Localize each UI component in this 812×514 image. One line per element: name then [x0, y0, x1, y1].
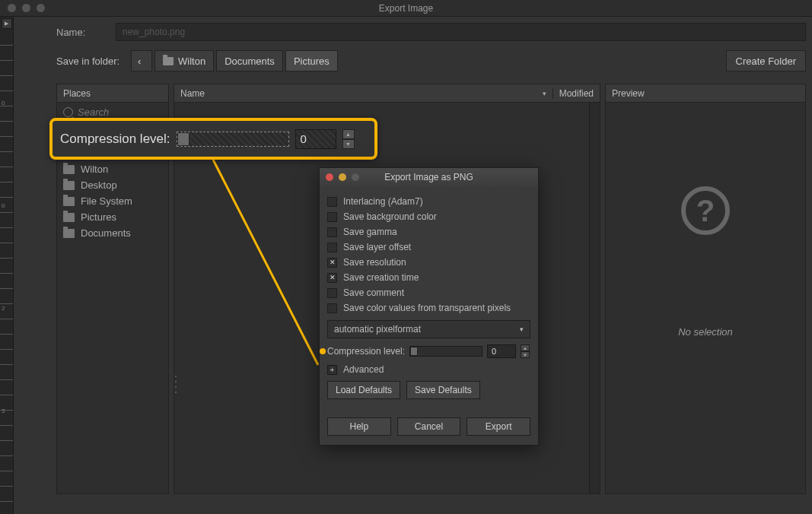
- folder-icon: [163, 57, 174, 65]
- window-titlebar: Export Image: [0, 0, 812, 17]
- column-modified[interactable]: Modified: [552, 88, 594, 99]
- places-header: Places: [57, 84, 168, 103]
- breadcrumb-item-pictures[interactable]: Pictures: [285, 50, 338, 71]
- advanced-label: Advanced: [343, 364, 384, 375]
- callout-slider-thumb[interactable]: [177, 132, 189, 146]
- callout-slider[interactable]: [177, 132, 289, 147]
- breadcrumb-item-documents[interactable]: Documents: [216, 50, 283, 71]
- zoom-icon[interactable]: [37, 4, 45, 12]
- check-label: Save comment: [343, 287, 404, 298]
- check-save-layer-offset[interactable]: Save layer offset: [327, 240, 530, 255]
- spinner-down-icon[interactable]: ▼: [342, 139, 355, 149]
- spinner-up-icon[interactable]: ▲: [342, 129, 355, 139]
- filename-input[interactable]: new_photo.png: [116, 23, 806, 41]
- place-label: File System: [81, 195, 132, 207]
- callout-value[interactable]: 0: [295, 129, 336, 149]
- action-buttons: Help Cancel Export: [327, 417, 530, 436]
- place-item-pictures[interactable]: Pictures: [57, 209, 168, 225]
- checkbox-icon[interactable]: [327, 227, 337, 237]
- compression-value[interactable]: 0: [487, 344, 516, 358]
- search-icon: [63, 107, 73, 117]
- callout-anchor-icon: [320, 348, 326, 354]
- folder-icon: [63, 197, 75, 206]
- close-icon[interactable]: [326, 173, 333, 181]
- folder-label: Save in folder:: [56, 56, 123, 67]
- check-label: Interlacing (Adam7): [343, 196, 423, 207]
- check-save-color-values[interactable]: Save color values from transparent pixel…: [327, 300, 530, 316]
- preview-body: ? No selection: [606, 103, 805, 493]
- ruler-label: 3: [2, 408, 5, 414]
- check-save-creation-time[interactable]: ✕ Save creation time: [327, 270, 530, 285]
- column-name[interactable]: Name ▾: [180, 88, 552, 99]
- ruler-label: 0: [2, 203, 5, 209]
- spinner-down-icon[interactable]: ▼: [521, 351, 530, 358]
- filename-value: new_photo.png: [123, 27, 185, 37]
- compression-label: Compression level:: [327, 346, 405, 357]
- breadcrumb-back-button[interactable]: ‹: [131, 50, 152, 71]
- close-icon[interactable]: [8, 4, 16, 12]
- chevron-down-icon: ▾: [520, 325, 524, 333]
- help-button[interactable]: Help: [327, 417, 391, 436]
- callout-spinner: ▲ ▼: [342, 129, 355, 149]
- minimize-icon[interactable]: [22, 4, 30, 12]
- checkbox-icon[interactable]: [327, 197, 337, 207]
- breadcrumb-item-wilton[interactable]: Wilton: [154, 50, 214, 71]
- compression-callout: Compression level: 0 ▲ ▼: [49, 118, 377, 160]
- export-button[interactable]: Export: [467, 417, 530, 436]
- check-save-gamma[interactable]: Save gamma: [327, 224, 530, 240]
- check-save-resolution[interactable]: ✕ Save resolution: [327, 255, 530, 270]
- compression-slider[interactable]: [409, 346, 482, 357]
- compression-row: Compression level: 0 ▲ ▼: [327, 344, 530, 358]
- breadcrumb: ‹ Wilton Documents Pictures: [131, 50, 340, 71]
- checkbox-icon[interactable]: ✕: [327, 273, 337, 283]
- check-save-comment[interactable]: Save comment: [327, 285, 530, 300]
- png-dialog-titlebar: Export Image as PNG: [320, 168, 538, 186]
- folder-row: Save in folder: ‹ Wilton Documents Pictu…: [56, 50, 806, 71]
- column-name-label: Name: [180, 88, 205, 99]
- pixelformat-select[interactable]: automatic pixelformat ▾: [327, 320, 530, 338]
- chevron-left-icon: ‹: [138, 56, 141, 67]
- ruler-toggle-icon[interactable]: ▶: [2, 18, 12, 29]
- scrollbar[interactable]: [589, 103, 600, 493]
- place-label: Documents: [81, 227, 131, 239]
- create-folder-button[interactable]: Create Folder: [726, 50, 806, 71]
- plus-icon: +: [327, 365, 337, 375]
- save-defaults-button[interactable]: Save Defaults: [406, 381, 480, 399]
- check-interlacing[interactable]: Interlacing (Adam7): [327, 194, 530, 209]
- load-defaults-button[interactable]: Load Defaults: [327, 381, 400, 399]
- place-item-documents[interactable]: Documents: [57, 225, 168, 241]
- question-mark-icon: ?: [681, 186, 730, 235]
- png-dialog-body: Interlacing (Adam7) Save background colo…: [320, 186, 538, 445]
- preview-header: Preview: [606, 84, 805, 103]
- cancel-button[interactable]: Cancel: [397, 417, 461, 436]
- place-label: Desktop: [81, 179, 117, 191]
- folder-icon: [63, 213, 75, 222]
- check-save-bg[interactable]: Save background color: [327, 209, 530, 224]
- minimize-icon[interactable]: [339, 173, 346, 181]
- checkbox-icon[interactable]: [327, 288, 337, 298]
- zoom-icon[interactable]: [352, 173, 359, 181]
- check-label: Save resolution: [343, 257, 406, 268]
- defaults-buttons: Load Defaults Save Defaults: [327, 381, 530, 399]
- compression-spinner: ▲ ▼: [521, 344, 530, 358]
- check-label: Save background color: [343, 211, 437, 222]
- checkbox-icon[interactable]: [327, 243, 337, 252]
- breadcrumb-label: Wilton: [178, 56, 205, 67]
- window-title: Export Image: [0, 3, 812, 14]
- preview-panel: Preview ? No selection: [605, 84, 806, 494]
- spinner-up-icon[interactable]: ▲: [521, 344, 530, 351]
- ruler-label: 2: [2, 306, 5, 312]
- advanced-toggle[interactable]: + Advanced: [327, 364, 530, 375]
- ruler-vertical: ▶ 0 0 2 3: [0, 17, 14, 514]
- resize-handle-icon[interactable]: [174, 373, 179, 395]
- place-item-file-system[interactable]: File System: [57, 193, 168, 209]
- checkbox-icon[interactable]: [327, 303, 337, 313]
- ruler-label: 0: [2, 100, 5, 106]
- place-item-desktop[interactable]: Desktop: [57, 177, 168, 193]
- compression-slider-thumb[interactable]: [410, 347, 418, 356]
- checkbox-icon[interactable]: ✕: [327, 258, 337, 268]
- checkbox-icon[interactable]: [327, 212, 337, 222]
- place-label: Pictures: [81, 211, 116, 223]
- check-label: Save layer offset: [343, 242, 411, 252]
- place-item-wilton[interactable]: Wilton: [57, 161, 168, 177]
